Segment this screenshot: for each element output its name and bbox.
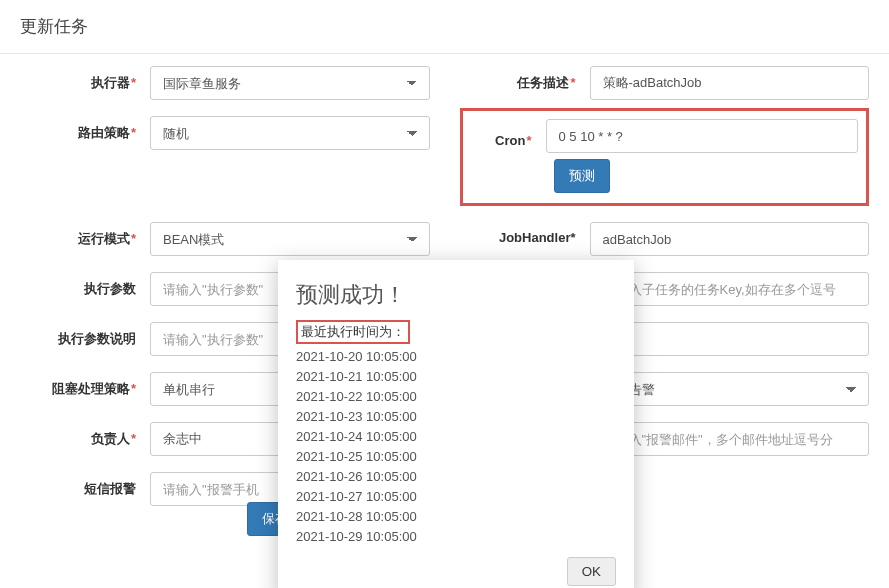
page-title: 更新任务 <box>0 0 889 54</box>
predict-dialog: 预测成功！ 最近执行时间为： 2021-10-20 10:05:00 2021-… <box>278 260 634 588</box>
owner-label: 负责人* <box>20 422 150 448</box>
sms-label: 短信报警 <box>20 472 150 498</box>
predict-time: 2021-10-28 10:05:00 <box>296 507 616 527</box>
predict-button[interactable]: 预测 <box>554 159 610 193</box>
block-label: 阻塞处理策略* <box>20 372 150 398</box>
task-desc-input[interactable] <box>590 66 870 100</box>
predict-time: 2021-10-22 10:05:00 <box>296 387 616 407</box>
predict-time: 2021-10-20 10:05:00 <box>296 347 616 367</box>
executor-select[interactable]: 国际章鱼服务 <box>150 66 430 100</box>
predict-time: 2021-10-27 10:05:00 <box>296 487 616 507</box>
predict-time: 2021-10-26 10:05:00 <box>296 467 616 487</box>
predict-time: 2021-10-29 10:05:00 <box>296 527 616 547</box>
executor-label: 执行器* <box>20 66 150 92</box>
run-mode-label: 运行模式* <box>20 222 150 248</box>
predict-title: 预测成功！ <box>296 280 616 310</box>
cron-input[interactable] <box>546 119 859 153</box>
predict-recent-label: 最近执行时间为： <box>296 320 410 344</box>
task-desc-label: 任务描述* <box>460 66 590 92</box>
predict-time-list: 2021-10-20 10:05:00 2021-10-21 10:05:00 … <box>296 347 616 547</box>
exec-param-label: 执行参数 <box>20 272 150 298</box>
predict-time: 2021-10-24 10:05:00 <box>296 427 616 447</box>
cron-highlight-box: Cron* 预测 <box>460 108 870 206</box>
predict-time: 2021-10-21 10:05:00 <box>296 367 616 387</box>
exec-param-desc-label: 执行参数说明 <box>20 322 150 348</box>
jobhandler-input[interactable] <box>590 222 870 256</box>
run-mode-select[interactable]: BEAN模式 <box>150 222 430 256</box>
jobhandler-label: JobHandler* <box>460 222 590 245</box>
route-label: 路由策略* <box>20 116 150 142</box>
route-select[interactable]: 随机 <box>150 116 430 150</box>
predict-time: 2021-10-25 10:05:00 <box>296 447 616 467</box>
cron-label: Cron* <box>471 125 546 148</box>
predict-ok-button[interactable]: OK <box>567 557 616 586</box>
predict-time: 2021-10-23 10:05:00 <box>296 407 616 427</box>
